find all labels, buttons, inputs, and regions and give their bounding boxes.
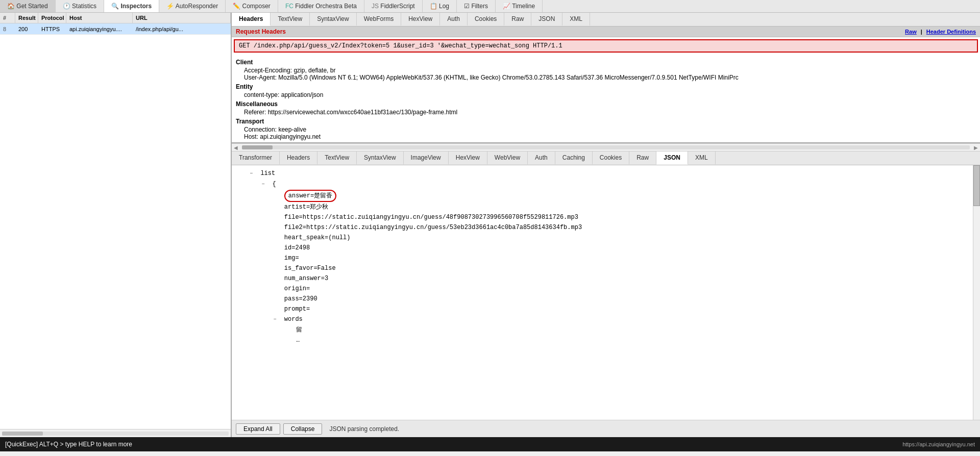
req-headers-title: Request Headers bbox=[236, 28, 286, 35]
status-bar: [QuickExec] ALT+Q > type HELP to learn m… bbox=[0, 437, 980, 451]
session-num: 8 bbox=[0, 26, 15, 32]
tree-node-is-favor: is_favor=False bbox=[238, 263, 978, 273]
tab-resp-syntaxview[interactable]: SyntaxView bbox=[357, 151, 403, 165]
tab-get-started[interactable]: 🏠 Get Started bbox=[0, 0, 56, 12]
filter-icon: ☑ bbox=[464, 3, 470, 10]
hscroll-thumb[interactable] bbox=[242, 145, 273, 149]
tab-textview[interactable]: TextView bbox=[271, 13, 310, 26]
req-headers-links: Raw | Header Definitions bbox=[905, 29, 976, 35]
tab-resp-raw[interactable]: Raw bbox=[629, 151, 656, 165]
tab-cookies[interactable]: Cookies bbox=[468, 13, 504, 26]
script-icon: JS bbox=[372, 3, 379, 10]
response-tab-bar: Transformer Headers TextView SyntaxView … bbox=[232, 151, 980, 165]
left-panel: # Result Protocol Host URL 8 200 HTTPS a… bbox=[0, 13, 232, 437]
tab-resp-cookies[interactable]: Cookies bbox=[593, 151, 629, 165]
tab-resp-json[interactable]: JSON bbox=[656, 151, 688, 165]
node-file2: file2=https://static.zuiqiangyingyu.cn/g… bbox=[284, 224, 582, 231]
tab-headers[interactable]: Headers bbox=[232, 13, 271, 26]
header-user-agent: User-Agent: Mozilla/5.0 (Windows NT 6.1;… bbox=[236, 74, 976, 81]
tab-inspectors[interactable]: 🔍 Inspectors bbox=[104, 0, 159, 12]
session-host: api.zuiqiangyingyu.... bbox=[66, 26, 133, 32]
tab-statistics[interactable]: 🕐 Statistics bbox=[56, 0, 104, 12]
tab-autoresponder[interactable]: ⚡ AutoResponder bbox=[159, 0, 226, 12]
tab-fiddler-script[interactable]: JS FiddlerScript bbox=[364, 0, 423, 12]
request-hscroll[interactable]: ◀ ▶ bbox=[232, 143, 980, 151]
expand-all-button[interactable]: Expand All bbox=[236, 423, 280, 435]
tab-resp-xml[interactable]: XML bbox=[688, 151, 716, 165]
tab-resp-textview[interactable]: TextView bbox=[317, 151, 357, 165]
raw-link[interactable]: Raw bbox=[905, 29, 917, 35]
status-bar-right: https://api.zuiqiangyingyu.net bbox=[902, 441, 975, 447]
tree-node-list: − list bbox=[238, 168, 978, 179]
json-vscroll[interactable] bbox=[973, 165, 980, 420]
tree-node-img: img= bbox=[238, 253, 978, 263]
json-tree: − list − { bbox=[232, 165, 980, 420]
statistics-icon: 🕐 bbox=[63, 3, 70, 10]
node-brace-key: { bbox=[273, 181, 276, 188]
session-row[interactable]: 8 200 HTTPS api.zuiqiangyingyu.... /inde… bbox=[0, 23, 231, 35]
collapse-button[interactable]: Collapse bbox=[283, 423, 323, 435]
node-origin: origin= bbox=[284, 285, 310, 292]
tab-fiddler-orchestra[interactable]: FC Fiddler Orchestra Beta bbox=[278, 0, 364, 12]
session-list-header: # Result Protocol Host URL bbox=[0, 13, 231, 23]
header-definitions-link[interactable]: Header Definitions bbox=[926, 29, 976, 35]
node-id: id=2498 bbox=[284, 244, 310, 251]
tab-webforms[interactable]: WebForms bbox=[357, 13, 401, 26]
tree-node-id: id=2498 bbox=[238, 243, 978, 253]
tab-caching[interactable]: Caching bbox=[555, 151, 593, 165]
tab-json[interactable]: JSON bbox=[531, 13, 562, 26]
tab-transformer[interactable]: Transformer bbox=[232, 151, 280, 165]
headers-content: Client Accept-Encoding: gzip, deflate, b… bbox=[232, 55, 980, 142]
json-tree-inner: − list − { bbox=[234, 168, 978, 345]
tab-syntaxview[interactable]: SyntaxView bbox=[310, 13, 356, 26]
tab-webview[interactable]: WebView bbox=[487, 151, 528, 165]
node-word-liu: 留 bbox=[296, 326, 302, 334]
tab-hexview[interactable]: HexView bbox=[401, 13, 440, 26]
hscroll-left-arrow[interactable]: ◀ bbox=[232, 145, 240, 150]
tab-xml[interactable]: XML bbox=[562, 13, 590, 26]
node-word-ellipsis: … bbox=[296, 337, 300, 344]
tab-log[interactable]: 📋 Log bbox=[423, 0, 457, 12]
tree-node-answer: answer=楚留香 bbox=[238, 190, 978, 202]
tree-node-word2: … bbox=[238, 335, 978, 345]
node-words: words bbox=[284, 316, 303, 323]
tree-node-pass: pass=2390 bbox=[238, 294, 978, 304]
col-header-host: Host bbox=[66, 13, 133, 23]
request-tab-bar: Headers TextView SyntaxView WebForms Hex… bbox=[232, 13, 980, 27]
json-vscroll-thumb[interactable] bbox=[973, 165, 980, 206]
node-heart-speak: heart_speak=(null) bbox=[284, 234, 351, 241]
tab-filters[interactable]: ☑ Filters bbox=[457, 0, 496, 12]
tab-auth[interactable]: Auth bbox=[440, 13, 468, 26]
tab-imageview[interactable]: ImageView bbox=[404, 151, 449, 165]
session-list: 8 200 HTTPS api.zuiqiangyingyu.... /inde… bbox=[0, 23, 231, 429]
toggle-brace[interactable]: − bbox=[261, 180, 268, 190]
tab-resp-headers[interactable]: Headers bbox=[280, 151, 317, 165]
tab-resp-auth[interactable]: Auth bbox=[528, 151, 555, 165]
header-content-type: content-type: application/json bbox=[236, 91, 976, 98]
section-client-title: Client bbox=[236, 59, 976, 66]
tab-raw[interactable]: Raw bbox=[504, 13, 531, 26]
tree-node-num-answer: num_answer=3 bbox=[238, 273, 978, 284]
tree-node-brace: − { bbox=[238, 179, 978, 190]
header-host: Host: api.zuiqiangyingyu.net bbox=[236, 133, 976, 140]
request-line: GET /index.php/api/guess_v2/Index?token=… bbox=[234, 39, 978, 53]
tab-composer[interactable]: ✏️ Composer bbox=[226, 0, 278, 12]
home-icon: 🏠 bbox=[7, 3, 15, 10]
autoresponder-icon: ⚡ bbox=[166, 3, 174, 10]
session-result: 200 bbox=[15, 26, 38, 32]
tab-resp-hexview[interactable]: HexView bbox=[449, 151, 487, 165]
left-hscroll[interactable] bbox=[0, 429, 231, 437]
tree-node-origin: origin= bbox=[238, 284, 978, 294]
header-referer: Referer: https://servicewechat.com/wxcc6… bbox=[236, 109, 976, 116]
tab-timeline[interactable]: 📈 Timeline bbox=[496, 0, 543, 12]
hscroll-track[interactable] bbox=[242, 145, 970, 149]
header-accept-encoding: Accept-Encoding: gzip, deflate, br bbox=[236, 67, 976, 74]
toggle-list[interactable]: − bbox=[250, 169, 257, 179]
col-header-result: Result bbox=[15, 13, 38, 23]
inspectors-icon: 🔍 bbox=[111, 3, 119, 10]
tree-node-word1: 留 bbox=[238, 325, 978, 335]
toggle-words[interactable]: − bbox=[274, 315, 281, 325]
hscroll-right-arrow[interactable]: ▶ bbox=[972, 145, 980, 150]
section-transport-title: Transport bbox=[236, 118, 976, 125]
tree-node-heart-speak: heart_speak=(null) bbox=[238, 233, 978, 243]
